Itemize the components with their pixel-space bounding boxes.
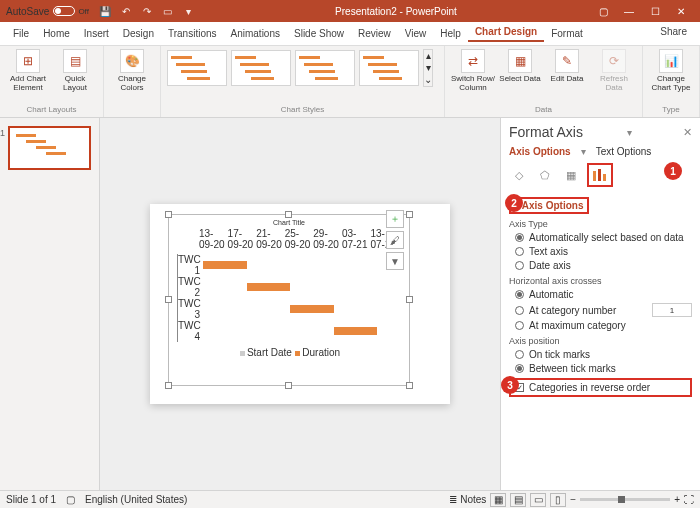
tab-help[interactable]: Help xyxy=(433,28,468,39)
close-icon[interactable]: ✕ xyxy=(668,6,694,17)
edit-data-button[interactable]: ✎Edit Data xyxy=(545,49,589,84)
effects-icon[interactable]: ⬠ xyxy=(535,166,555,184)
slide-canvas[interactable]: Chart Title 13-09-20 17-09-20 21-09-20 2… xyxy=(150,204,450,404)
slide-thumbnail[interactable]: 1 xyxy=(8,126,91,170)
group-colors: 🎨 Change Colors xyxy=(104,46,161,117)
chart-styles-button[interactable]: 🖌 xyxy=(386,231,404,249)
undo-icon[interactable]: ↶ xyxy=(118,3,134,19)
style-thumb[interactable] xyxy=(359,50,419,86)
start-from-beginning-icon[interactable]: ▭ xyxy=(160,3,176,19)
pane-dropdown-icon[interactable]: ▾ xyxy=(627,127,632,138)
reading-view-icon[interactable]: ▭ xyxy=(530,493,546,507)
quick-layout-icon: ▤ xyxy=(63,49,87,73)
section-axis-options[interactable]: Axis Options xyxy=(522,200,584,211)
styles-scroll[interactable]: ▴▾⌄ xyxy=(423,49,433,87)
chart-object[interactable]: Chart Title 13-09-20 17-09-20 21-09-20 2… xyxy=(168,214,410,386)
opt-on-tick[interactable]: On tick marks xyxy=(515,349,692,360)
axis-options-icon[interactable] xyxy=(590,166,610,184)
maximize-icon[interactable]: ☐ xyxy=(642,6,668,17)
tab-file[interactable]: File xyxy=(6,28,36,39)
save-icon[interactable]: 💾 xyxy=(97,3,113,19)
category-number-input[interactable] xyxy=(652,303,692,317)
status-slide[interactable]: Slide 1 of 1 xyxy=(6,494,56,505)
tab-review[interactable]: Review xyxy=(351,28,398,39)
tab-axis-options[interactable]: Axis Options xyxy=(509,146,571,157)
sorter-view-icon[interactable]: ▤ xyxy=(510,493,526,507)
share-button[interactable]: Share xyxy=(653,26,694,37)
style-thumb[interactable] xyxy=(167,50,227,86)
group-data: ⇄Switch Row/ Column ▦Select Data ✎Edit D… xyxy=(445,46,643,117)
select-data-button[interactable]: ▦Select Data xyxy=(498,49,542,84)
x-axis-ticks: 13-09-20 17-09-20 21-09-20 25-09-20 29-0… xyxy=(169,226,409,250)
change-colors-icon: 🎨 xyxy=(120,49,144,73)
autosave-label: AutoSave xyxy=(6,6,49,17)
size-properties-icon[interactable]: ▦ xyxy=(561,166,581,184)
radio-icon xyxy=(515,247,524,256)
ribbon-display-icon[interactable]: ▢ xyxy=(590,6,616,17)
opt-categories-reverse[interactable]: Categories in reverse order xyxy=(529,382,650,393)
slide-editor[interactable]: Chart Title 13-09-20 17-09-20 21-09-20 2… xyxy=(100,118,500,490)
change-chart-type-button[interactable]: 📊Change Chart Type xyxy=(649,49,693,93)
normal-view-icon[interactable]: ▦ xyxy=(490,493,506,507)
chart-styles-gallery[interactable]: ▴▾⌄ xyxy=(167,49,438,87)
quick-layout-button[interactable]: ▤ Quick Layout xyxy=(53,49,97,93)
fit-to-window-icon[interactable]: ⛶ xyxy=(684,494,694,505)
spellcheck-icon[interactable]: ▢ xyxy=(66,494,75,505)
add-chart-element-icon: ⊞ xyxy=(16,49,40,73)
switch-icon[interactable] xyxy=(53,6,75,16)
tab-format[interactable]: Format xyxy=(544,28,590,39)
group-label-type: Type xyxy=(649,105,693,114)
tab-animations[interactable]: Animations xyxy=(224,28,287,39)
tab-home[interactable]: Home xyxy=(36,28,77,39)
autosave-state: Off xyxy=(78,7,89,16)
style-thumb[interactable] xyxy=(231,50,291,86)
opt-automatic[interactable]: Automatic xyxy=(515,289,692,300)
svg-rect-2 xyxy=(603,174,606,181)
radio-icon xyxy=(515,350,524,359)
opt-at-maximum[interactable]: At maximum category xyxy=(515,320,692,331)
minimize-icon[interactable]: — xyxy=(616,6,642,17)
tab-transitions[interactable]: Transitions xyxy=(161,28,224,39)
opt-at-category[interactable]: At category number xyxy=(515,303,692,317)
chart-quick-tools: ＋ 🖌 ▼ xyxy=(386,210,404,270)
change-colors-button[interactable]: 🎨 Change Colors xyxy=(110,49,154,93)
tab-design[interactable]: Design xyxy=(116,28,161,39)
pane-close-icon[interactable]: ✕ xyxy=(683,126,692,139)
group-type: 📊Change Chart Type Type xyxy=(643,46,700,117)
add-chart-element-button[interactable]: ⊞ Add Chart Element xyxy=(6,49,50,93)
edit-data-icon: ✎ xyxy=(555,49,579,73)
redo-icon[interactable]: ↷ xyxy=(139,3,155,19)
style-thumb[interactable] xyxy=(295,50,355,86)
quick-layout-label: Quick Layout xyxy=(53,75,97,93)
chart-elements-button[interactable]: ＋ xyxy=(386,210,404,228)
y-axis-labels[interactable]: TWC 1 TWC 2 TWC 3 TWC 4 xyxy=(177,254,203,342)
group-label-data: Data xyxy=(451,105,636,114)
notes-button[interactable]: ≣ Notes xyxy=(449,494,486,505)
fill-line-icon[interactable]: ◇ xyxy=(509,166,529,184)
opt-between-tick[interactable]: Between tick marks xyxy=(515,363,692,374)
radio-icon xyxy=(515,364,524,373)
switch-row-column-button[interactable]: ⇄Switch Row/ Column xyxy=(451,49,495,93)
tab-view[interactable]: View xyxy=(398,28,434,39)
group-chart-layouts: ⊞ Add Chart Element ▤ Quick Layout Chart… xyxy=(0,46,104,117)
document-title: Presentation2 - PowerPoint xyxy=(202,6,590,17)
zoom-slider[interactable] xyxy=(580,498,670,501)
tab-slideshow[interactable]: Slide Show xyxy=(287,28,351,39)
slideshow-view-icon[interactable]: ▯ xyxy=(550,493,566,507)
customize-qat-icon[interactable]: ▾ xyxy=(181,3,197,19)
opt-text-axis[interactable]: Text axis xyxy=(515,246,692,257)
autosave-toggle[interactable]: AutoSave Off xyxy=(6,6,89,17)
tab-insert[interactable]: Insert xyxy=(77,28,116,39)
refresh-data-icon: ⟳ xyxy=(602,49,626,73)
tab-text-options[interactable]: Text Options xyxy=(596,146,652,157)
opt-auto-select[interactable]: Automatically select based on data xyxy=(515,232,692,243)
tab-chart-design[interactable]: Chart Design xyxy=(468,26,544,42)
status-language[interactable]: English (United States) xyxy=(85,494,187,505)
chart-filters-button[interactable]: ▼ xyxy=(386,252,404,270)
callout-3: 3 xyxy=(501,376,519,394)
title-bar: AutoSave Off 💾 ↶ ↷ ▭ ▾ Presentation2 - P… xyxy=(0,0,700,22)
format-axis-pane: Format Axis ▾ ✕ Axis Options ▾ Text Opti… xyxy=(500,118,700,490)
zoom-in-icon[interactable]: + xyxy=(674,494,680,505)
zoom-out-icon[interactable]: − xyxy=(570,494,576,505)
opt-date-axis[interactable]: Date axis xyxy=(515,260,692,271)
